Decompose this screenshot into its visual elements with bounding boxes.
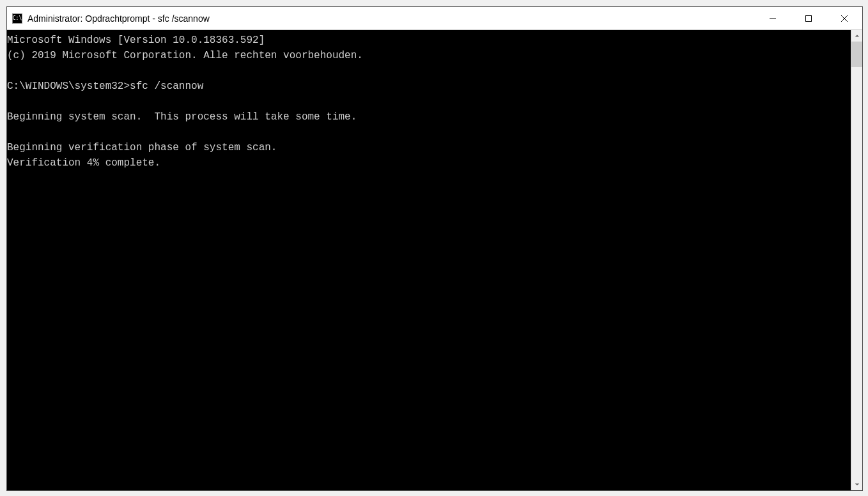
minimize-button[interactable] bbox=[755, 7, 791, 29]
console-output[interactable]: Microsoft Windows [Version 10.0.18363.59… bbox=[7, 30, 851, 490]
content-area: Microsoft Windows [Version 10.0.18363.59… bbox=[7, 30, 862, 490]
close-button[interactable] bbox=[826, 7, 862, 29]
maximize-button[interactable] bbox=[791, 7, 826, 29]
command-prompt-window: C:\ Administrator: Opdrachtprompt - sfc … bbox=[6, 6, 863, 491]
window-title: Administrator: Opdrachtprompt - sfc /sca… bbox=[27, 13, 755, 24]
scroll-track[interactable] bbox=[851, 42, 862, 479]
svg-rect-1 bbox=[806, 15, 812, 21]
minimize-icon bbox=[769, 15, 777, 22]
scroll-down-button[interactable] bbox=[851, 479, 862, 490]
vertical-scrollbar[interactable] bbox=[851, 30, 862, 490]
titlebar[interactable]: C:\ Administrator: Opdrachtprompt - sfc … bbox=[7, 7, 862, 30]
chevron-down-icon bbox=[855, 482, 860, 487]
close-icon bbox=[841, 15, 848, 22]
app-icon: C:\ bbox=[12, 13, 22, 24]
scroll-up-button[interactable] bbox=[851, 30, 862, 42]
window-controls bbox=[755, 7, 862, 29]
scroll-thumb[interactable] bbox=[851, 42, 862, 67]
chevron-up-icon bbox=[855, 33, 860, 38]
maximize-icon bbox=[805, 15, 812, 22]
